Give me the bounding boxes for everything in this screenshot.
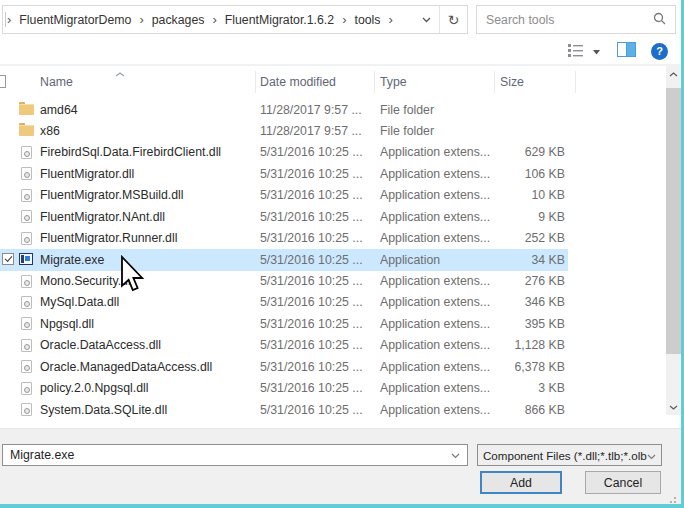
file-name: FluentMigrator.Runner.dll: [40, 231, 177, 245]
view-options-dropdown[interactable]: [593, 44, 600, 58]
file-type: Application extens...: [380, 338, 490, 352]
column-divider[interactable]: [575, 71, 576, 93]
breadcrumb-item[interactable]: FluentMigrator.1.6.2: [218, 13, 341, 27]
file-icon: [21, 403, 32, 416]
address-bar[interactable]: › FluentMigratorDemo›packages›FluentMigr…: [2, 5, 468, 34]
file-name: Mono.Security.dll: [40, 274, 133, 288]
file-icon: [21, 167, 32, 180]
file-type: Application extens...: [380, 231, 490, 245]
breadcrumb-item[interactable]: tools: [347, 13, 387, 27]
search-icon[interactable]: [653, 12, 666, 28]
search-placeholder: Search tools: [486, 13, 554, 27]
file-icon: [21, 382, 32, 395]
chevron-down-icon[interactable]: [451, 448, 460, 462]
file-row[interactable]: MySql.Data.dll 5/31/2016 10:25 ... Appli…: [0, 292, 568, 313]
file-date-modified: 11/28/2017 9:57 ...: [260, 103, 362, 117]
file-icon: [21, 146, 32, 159]
cancel-button[interactable]: Cancel: [585, 471, 661, 494]
file-date-modified: 5/31/2016 10:25 ...: [260, 167, 363, 181]
file-row[interactable]: amd64 11/28/2017 9:57 ... File folder: [0, 99, 568, 120]
vertical-scrollbar[interactable]: [666, 66, 681, 415]
file-row[interactable]: FluentMigrator.dll 5/31/2016 10:25 ... A…: [0, 163, 568, 184]
filetype-value: Component Files (*.dll;*.tlb;*.olb: [483, 449, 647, 462]
file-name: FluentMigrator.NAnt.dll: [40, 210, 165, 224]
file-icon: [21, 210, 32, 223]
file-date-modified: 5/31/2016 10:25 ...: [260, 231, 363, 245]
column-divider[interactable]: [374, 71, 375, 93]
column-header-size[interactable]: Size: [500, 75, 524, 89]
search-input[interactable]: Search tools: [476, 5, 676, 34]
file-icon: [21, 317, 32, 330]
details-view-button[interactable]: [567, 43, 584, 60]
column-divider[interactable]: [494, 71, 495, 93]
file-size: 34 KB: [480, 253, 565, 267]
file-type: Application extens...: [380, 360, 490, 374]
file-row[interactable]: Npgsql.dll 5/31/2016 10:25 ... Applicati…: [0, 313, 568, 334]
breadcrumb-separator-icon[interactable]: ›: [387, 12, 393, 27]
file-name: Oracle.ManagedDataAccess.dll: [40, 360, 212, 374]
file-row[interactable]: Mono.Security.dll 5/31/2016 10:25 ... Ap…: [0, 271, 568, 292]
file-date-modified: 11/28/2017 9:57 ...: [260, 124, 362, 138]
file-type: Application extens...: [380, 145, 490, 159]
file-row[interactable]: x86 11/28/2017 9:57 ... File folder: [0, 120, 568, 141]
column-divider[interactable]: [255, 71, 256, 93]
breadcrumb-item[interactable]: FluentMigratorDemo: [12, 13, 138, 27]
file-type: Application extens...: [380, 167, 490, 181]
file-date-modified: 5/31/2016 10:25 ...: [260, 381, 363, 395]
scroll-down-button[interactable]: [666, 399, 681, 415]
add-button[interactable]: Add: [480, 471, 562, 494]
file-icon: [21, 339, 32, 352]
breadcrumb: FluentMigratorDemo›packages›FluentMigrat…: [12, 12, 393, 27]
file-icon: [19, 104, 34, 115]
scroll-up-button[interactable]: [666, 66, 681, 82]
preview-pane-button[interactable]: [617, 42, 636, 60]
file-row[interactable]: FluentMigrator.NAnt.dll 5/31/2016 10:25 …: [0, 206, 568, 227]
file-row[interactable]: Oracle.ManagedDataAccess.dll 5/31/2016 1…: [0, 356, 568, 377]
file-size: 629 KB: [480, 145, 565, 159]
file-row[interactable]: FluentMigrator.MSBuild.dll 5/31/2016 10:…: [0, 185, 568, 206]
file-list: amd64 11/28/2017 9:57 ... File folder x8…: [0, 99, 666, 421]
file-name: amd64: [40, 103, 78, 117]
file-row[interactable]: Oracle.DataAccess.dll 5/31/2016 10:25 ..…: [0, 335, 568, 356]
scrollbar-thumb[interactable]: [666, 88, 681, 354]
filename-input[interactable]: Migrate.exe: [2, 444, 468, 466]
refresh-button[interactable]: ↻: [439, 6, 467, 33]
file-date-modified: 5/31/2016 10:25 ...: [260, 317, 363, 331]
file-size: 276 KB: [480, 274, 565, 288]
file-row[interactable]: policy.2.0.Npgsql.dll 5/31/2016 10:25 ..…: [0, 378, 568, 399]
file-name: System.Data.SQLite.dll: [40, 403, 167, 417]
chevron-down-icon: [593, 50, 600, 55]
file-type: Application extens...: [380, 403, 490, 417]
file-type: Application extens...: [380, 210, 490, 224]
help-button[interactable]: ?: [651, 43, 668, 60]
column-header-name[interactable]: Name: [40, 75, 73, 89]
file-size: 6,378 KB: [480, 360, 565, 374]
file-row[interactable]: Migrate.exe 5/31/2016 10:25 ... Applicat…: [0, 249, 568, 270]
file-row[interactable]: FluentMigrator.Runner.dll 5/31/2016 10:2…: [0, 228, 568, 249]
file-row[interactable]: System.Data.SQLite.dll 5/31/2016 10:25 .…: [0, 399, 568, 420]
file-size: 866 KB: [480, 403, 565, 417]
file-name: x86: [40, 124, 60, 138]
select-all-checkbox[interactable]: [0, 75, 6, 88]
chevron-down-icon[interactable]: [647, 449, 656, 462]
filetype-select[interactable]: Component Files (*.dll;*.tlb;*.olb: [477, 444, 662, 466]
file-icon: [21, 232, 32, 245]
file-type: Application extens...: [380, 381, 490, 395]
file-date-modified: 5/31/2016 10:25 ...: [260, 295, 363, 309]
file-name: FirebirdSql.Data.FirebirdClient.dll: [40, 145, 221, 159]
column-header-type[interactable]: Type: [380, 75, 407, 89]
file-type: Application extens...: [380, 295, 490, 309]
file-date-modified: 5/31/2016 10:25 ...: [260, 253, 363, 267]
file-icon: [21, 189, 32, 202]
address-dropdown-button[interactable]: [413, 6, 439, 33]
chevron-down-icon: [669, 405, 678, 410]
file-size: 252 KB: [480, 231, 565, 245]
file-icon: [21, 275, 32, 288]
chevron-up-icon: [669, 72, 678, 77]
file-icon: [21, 360, 32, 373]
file-date-modified: 5/31/2016 10:25 ...: [260, 188, 363, 202]
breadcrumb-item[interactable]: packages: [145, 13, 212, 27]
file-row[interactable]: FirebirdSql.Data.FirebirdClient.dll 5/31…: [0, 142, 568, 163]
column-header-date-modified[interactable]: Date modified: [260, 75, 336, 89]
row-checkbox[interactable]: [2, 253, 14, 265]
